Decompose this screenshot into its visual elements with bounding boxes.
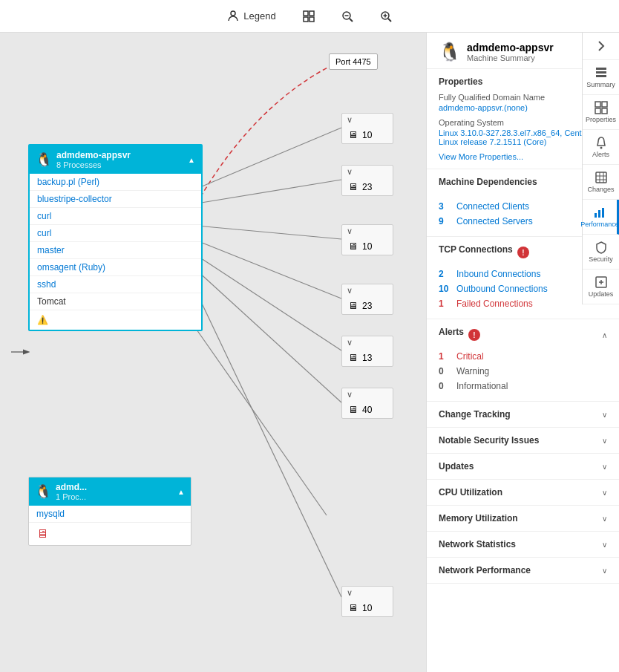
- port-node[interactable]: Port 4475: [329, 53, 378, 70]
- process-curl1[interactable]: curl: [30, 208, 201, 225]
- connected-clients-count: 3: [439, 201, 451, 212]
- legend-button[interactable]: Legend: [221, 7, 281, 25]
- remote-node-6[interactable]: ∨ 🖥 40: [341, 388, 393, 419]
- secondary-node-header[interactable]: 🐧 admd... 1 Proc... ▲: [29, 477, 191, 506]
- notable-security-chevron: ∨: [602, 437, 607, 445]
- main-node-header[interactable]: 🐧 admdemo-appsvr 8 Processes ▲: [30, 146, 201, 174]
- secondary-node-name: admd...: [56, 482, 87, 492]
- linux-icon: 🐧: [36, 151, 52, 168]
- sidebar-item-performance[interactable]: Performance: [583, 200, 619, 235]
- svg-line-12: [197, 128, 341, 189]
- change-tracking-chevron: ∨: [602, 411, 607, 419]
- summary-icon: [595, 66, 608, 79]
- process-curl2[interactable]: curl: [30, 225, 201, 242]
- remote-node-5[interactable]: ∨ 🖥 13: [341, 336, 393, 367]
- grid-button[interactable]: [297, 7, 321, 25]
- sidebar-item-properties[interactable]: Properties: [583, 95, 619, 130]
- memory-utilization-section[interactable]: Memory Utilization ∨: [427, 506, 619, 532]
- failed-count: 1: [439, 299, 451, 309]
- connected-servers-label[interactable]: Connected Servers: [456, 216, 533, 226]
- updates-icon: [595, 275, 608, 289]
- panel-linux-icon: 🐧: [439, 42, 461, 62]
- collapse-secondary-node[interactable]: ▲: [177, 488, 185, 496]
- properties-label: Properties: [586, 116, 616, 123]
- svg-rect-4: [310, 17, 314, 22]
- process-mysqld[interactable]: mysqld: [29, 506, 191, 523]
- inbound-label[interactable]: Inbound Connections: [456, 269, 540, 279]
- port-label: Port 4475: [335, 57, 371, 66]
- alerts-sidebar-label: Alerts: [592, 151, 609, 158]
- sidebar-item-alerts[interactable]: Alerts: [583, 130, 619, 165]
- sidebar-item-updates[interactable]: Updates: [583, 270, 619, 304]
- svg-rect-35: [598, 210, 600, 218]
- remote-count-3: 10: [362, 241, 372, 252]
- svg-rect-26: [595, 108, 600, 114]
- process-master[interactable]: master: [30, 242, 201, 259]
- updates-section[interactable]: Updates ∨: [427, 454, 619, 480]
- svg-line-20: [197, 293, 341, 597]
- svg-line-15: [197, 241, 341, 299]
- svg-rect-3: [304, 17, 308, 22]
- network-performance-label: Network Performance: [439, 565, 531, 575]
- change-tracking-section[interactable]: Change Tracking ∨: [427, 402, 619, 428]
- sidebar-item-summary[interactable]: Summary: [583, 60, 619, 95]
- failed-label[interactable]: Failed Connections: [456, 299, 533, 309]
- remote-node-2[interactable]: ∨ 🖥 23: [341, 165, 393, 196]
- process-backup[interactable]: backup.pl (Perl): [30, 174, 201, 191]
- warning-label[interactable]: Warning: [456, 366, 489, 376]
- svg-rect-22: [596, 71, 606, 74]
- collapse-main-node[interactable]: ▲: [188, 156, 195, 164]
- process-omsagent[interactable]: omsagent (Ruby): [30, 259, 201, 276]
- zoom-out-button[interactable]: [335, 7, 359, 25]
- connected-servers-count: 9: [439, 216, 451, 226]
- updates-sidebar-label: Updates: [589, 290, 614, 298]
- notable-security-section[interactable]: Notable Security Issues ∨: [427, 428, 619, 454]
- machine-deps-title: Machine Dependencies: [439, 177, 537, 187]
- cpu-utilization-section[interactable]: CPU Utilization ∨: [427, 480, 619, 506]
- process-tomcat[interactable]: Tomcat: [30, 293, 201, 310]
- remote-node-1[interactable]: ∨ 🖥 10: [341, 113, 393, 144]
- security-icon: [595, 241, 608, 254]
- panel-expand-button[interactable]: [583, 33, 619, 60]
- svg-rect-24: [595, 102, 600, 107]
- memory-utilization-label: Memory Utilization: [439, 513, 518, 523]
- process-bluestripe[interactable]: bluestripe-collector: [30, 191, 201, 208]
- remote-count-1: 10: [362, 130, 372, 140]
- zoom-in-button[interactable]: [374, 7, 398, 25]
- network-performance-chevron: ∨: [602, 567, 607, 575]
- network-performance-section[interactable]: Network Performance ∨: [427, 558, 619, 584]
- alert-critical-row: 1 Critical: [439, 349, 607, 364]
- svg-rect-25: [602, 102, 607, 107]
- remote-node-3[interactable]: ∨ 🖥 10: [341, 224, 393, 255]
- alerts-section: Alerts ! ∧ 1 Critical 0 Warning 0 Inform…: [427, 319, 619, 402]
- monitor-icon-3: 🖥: [348, 241, 358, 252]
- sidebar-item-changes[interactable]: Changes: [583, 165, 619, 200]
- sidebar-item-security[interactable]: Security: [583, 235, 619, 270]
- network-statistics-section[interactable]: Network Statistics ∨: [427, 532, 619, 558]
- top-toolbar: Legend: [0, 0, 619, 33]
- canvas-area[interactable]: Port 4475 🐧 admdemo-appsvr 8 Processes ▲…: [0, 33, 426, 672]
- remote-node-7[interactable]: ∨ 🖥 10: [341, 586, 393, 617]
- grid-icon: [303, 10, 315, 22]
- main-node: 🐧 admdemo-appsvr 8 Processes ▲ backup.pl…: [28, 144, 203, 331]
- zoom-in-icon: [380, 10, 392, 22]
- connected-clients-label[interactable]: Connected Clients: [456, 201, 529, 212]
- info-count: 0: [439, 381, 451, 391]
- outbound-label[interactable]: Outbound Connections: [456, 284, 548, 294]
- critical-label[interactable]: Critical: [456, 351, 484, 362]
- remote-node-4[interactable]: ∨ 🖥 23: [341, 284, 393, 315]
- changes-icon: [595, 171, 608, 184]
- legend-label: Legend: [243, 10, 275, 22]
- network-statistics-label: Network Statistics: [439, 539, 516, 549]
- svg-line-17: [197, 270, 341, 402]
- panel-machine-name: admdemo-appsvr: [467, 42, 554, 53]
- info-label[interactable]: Informational: [456, 381, 508, 391]
- svg-rect-27: [602, 108, 607, 114]
- icon-sidebar: Summary Properties Alerts: [582, 33, 619, 304]
- process-sshd[interactable]: sshd: [30, 276, 201, 293]
- inbound-count: 2: [439, 269, 451, 279]
- alerts-collapse[interactable]: ∧: [602, 331, 607, 339]
- chevron-right-icon: [597, 40, 605, 52]
- svg-line-14: [197, 226, 341, 239]
- svg-rect-21: [596, 68, 606, 70]
